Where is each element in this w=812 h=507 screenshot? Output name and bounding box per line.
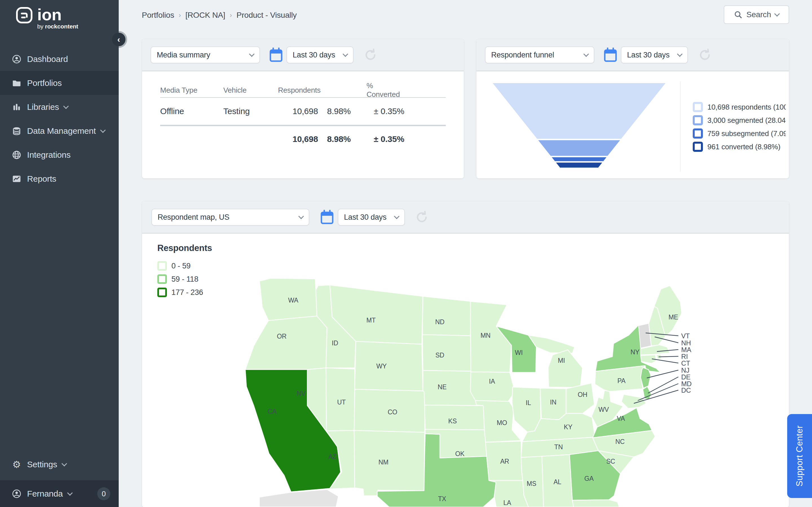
legend-swatch — [693, 128, 703, 138]
app-logo: ion by rockcontent — [16, 7, 78, 30]
col-media-type: Media Type — [160, 86, 223, 95]
svg-text:MS: MS — [527, 480, 536, 487]
sidebar-collapse-button[interactable]: ‹ — [112, 33, 125, 46]
chevron-down-icon — [249, 51, 255, 57]
top-bar: Portfolios › [ROCK NA] › Product - Visua… — [119, 0, 812, 30]
widget-selector[interactable]: Media summary — [151, 47, 260, 63]
widget-selector[interactable]: Respondent funnel — [485, 47, 594, 63]
legend-swatch — [157, 261, 167, 271]
legend-swatch — [693, 102, 703, 112]
chevron-down-icon — [774, 11, 780, 17]
sidebar-item-integrations[interactable]: Integrations — [0, 143, 119, 167]
widget-selector-value: Respondent funnel — [491, 51, 554, 59]
breadcrumb-portfolios[interactable]: Portfolios — [142, 11, 174, 20]
col-vehicle: Vehicle — [223, 86, 278, 95]
svg-text:VT: VT — [681, 332, 690, 340]
legend-swatch — [693, 142, 703, 152]
dashboard-icon — [12, 54, 21, 64]
sidebar-item-label: Data Management — [27, 126, 96, 136]
svg-text:DE: DE — [681, 373, 691, 381]
svg-text:MN: MN — [480, 332, 490, 339]
legend-item: 3,000 segmented (28.04%) — [693, 115, 786, 126]
chevron-down-icon — [61, 461, 67, 466]
media-summary-card: Media summary Last 30 days Media Type Ve… — [142, 39, 464, 178]
sidebar-item-libraries[interactable]: Libraries — [0, 95, 119, 119]
chevron-down-icon — [298, 214, 304, 219]
svg-text:NV: NV — [297, 390, 306, 397]
svg-text:NC: NC — [615, 438, 625, 445]
us-choropleth-map[interactable]: WAORCANVIDMTWYUTCOAZNMNDSDNEKSOKTXMNIAMO… — [243, 273, 705, 507]
line-chart-icon — [12, 174, 21, 184]
user-menu[interactable]: Fernanda 0 — [0, 480, 119, 507]
breadcrumb-portfolio[interactable]: [ROCK NA] — [186, 11, 225, 20]
chevron-down-icon — [67, 490, 73, 496]
sidebar-item-label: Reports — [27, 174, 56, 184]
calendar-icon[interactable] — [269, 48, 283, 62]
search-button[interactable]: Search — [724, 5, 789, 24]
support-center-label: Support Center — [795, 425, 805, 487]
user-name: Fernanda — [27, 489, 63, 499]
sidebar-item-dashboard[interactable]: Dashboard — [0, 47, 119, 71]
svg-text:KS: KS — [448, 417, 457, 425]
svg-text:SD: SD — [435, 351, 444, 359]
svg-text:VA: VA — [617, 415, 625, 422]
sidebar-item-data-management[interactable]: Data Management — [0, 119, 119, 143]
svg-text:AL: AL — [553, 478, 561, 486]
table-total-row: 10,698 8.98% ± 0.35% — [160, 126, 446, 152]
sidebar-item-reports[interactable]: Reports — [0, 167, 119, 191]
media-summary-table: Media Type Vehicle Respondents % Convert… — [160, 81, 446, 152]
sidebar: ion by rockcontent ‹ Dashboard Portfolio… — [0, 0, 119, 507]
svg-text:CO: CO — [388, 408, 397, 416]
chevron-down-icon — [583, 51, 589, 57]
svg-text:MT: MT — [366, 317, 376, 324]
bar-chart-icon — [12, 102, 21, 112]
col-respondents: Respondents — [278, 86, 318, 95]
sidebar-item-portfolios[interactable]: Portfolios — [0, 71, 119, 95]
svg-text:KY: KY — [564, 424, 572, 431]
legend-item: 59 - 118 — [157, 274, 212, 284]
svg-text:RI: RI — [681, 353, 688, 360]
date-range-selector[interactable]: Last 30 days — [338, 209, 405, 226]
svg-text:MA: MA — [681, 346, 691, 353]
refresh-icon[interactable] — [698, 48, 712, 62]
svg-text:WY: WY — [376, 362, 387, 370]
database-icon — [12, 126, 21, 136]
funnel-legend-divider — [680, 81, 680, 172]
calendar-icon[interactable] — [320, 210, 334, 224]
refresh-icon[interactable] — [414, 210, 429, 224]
refresh-icon[interactable] — [363, 48, 378, 62]
calendar-icon[interactable] — [604, 48, 617, 62]
svg-text:MO: MO — [497, 419, 507, 427]
svg-text:NH: NH — [681, 339, 691, 347]
svg-text:CT: CT — [681, 359, 690, 367]
widget-selector[interactable]: Respondent map, US — [151, 209, 309, 226]
legend-item: 0 - 59 — [157, 261, 212, 271]
svg-text:WI: WI — [515, 349, 523, 356]
chevron-down-icon — [63, 103, 69, 109]
svg-text:NJ: NJ — [681, 367, 689, 374]
chevron-down-icon — [343, 51, 348, 57]
svg-text:GA: GA — [585, 475, 594, 482]
svg-text:WV: WV — [599, 406, 609, 413]
logo-title: ion — [37, 7, 78, 22]
date-range-value: Last 30 days — [627, 51, 670, 59]
svg-text:NY: NY — [630, 348, 640, 356]
date-range-value: Last 30 days — [293, 51, 335, 59]
funnel-chart[interactable]: 10,698 respondents (100....3,000 segment… — [488, 81, 674, 174]
sidebar-item-settings[interactable]: ⚙ Settings — [0, 452, 119, 476]
funnel-legend: 10,698 respondents (100.... 3,000 segmen… — [693, 101, 786, 154]
svg-text:LA: LA — [503, 499, 511, 506]
date-range-selector[interactable]: Last 30 days — [287, 47, 354, 63]
table-header-row: Media Type Vehicle Respondents % Convert… — [160, 81, 446, 98]
svg-text:ID: ID — [332, 339, 338, 347]
svg-text:NM: NM — [378, 459, 388, 466]
sidebar-item-label: Portfolios — [27, 78, 62, 88]
svg-text:TX: TX — [438, 495, 446, 503]
date-range-selector[interactable]: Last 30 days — [621, 47, 688, 63]
ion-logo-icon — [16, 7, 33, 24]
legend-swatch — [693, 115, 703, 125]
legend-item: 759 subsegmented (7.09... — [693, 128, 786, 139]
svg-text:PA: PA — [617, 377, 626, 385]
svg-text:AR: AR — [500, 458, 509, 465]
support-center-tab[interactable]: Support Center — [787, 414, 812, 498]
